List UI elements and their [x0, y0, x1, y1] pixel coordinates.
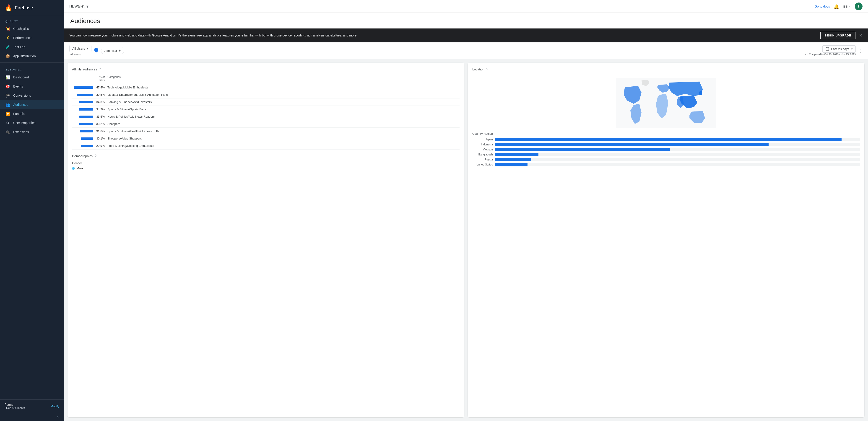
affinity-row: 29.9% Food & Dining/Cooking Enthusiasts [72, 142, 460, 150]
country-bar [495, 158, 531, 161]
content-area: Affinity audiences ? % of Users Categori… [64, 59, 868, 421]
customize-icon[interactable] [843, 4, 851, 9]
banner-close-icon[interactable]: ✕ [859, 33, 863, 38]
affinity-row: 31.6% Sports & Fitness/Health & Fitness … [72, 128, 460, 135]
analytics-section-label: Analytics [0, 65, 64, 73]
sidebar: 🔥 Firebase Quality 💥 Crashlytics ⚡ Perfo… [0, 0, 64, 421]
shield-icon [94, 47, 99, 54]
topbar: HBWallet ▾ Go to docs 🔔 T [64, 0, 868, 13]
affinity-category: Media & Entertainment...ics & Animation … [107, 93, 460, 96]
project-dropdown-icon[interactable]: ▾ [86, 4, 89, 9]
country-bar [495, 163, 527, 166]
affinity-help-icon[interactable]: ? [99, 67, 101, 71]
add-filter-button[interactable]: Add Filter + [101, 47, 124, 54]
affinity-pct: 39.5% [95, 93, 107, 96]
world-map-svg [472, 78, 860, 128]
affinity-pct: 33.2% [95, 122, 107, 126]
bar-container [72, 116, 95, 118]
toolbar-left: All Users ▾ All users Add Filter + [69, 45, 124, 56]
upgrade-banner: You can now measure your mobile and web … [64, 29, 868, 42]
country-name: Indonesia [472, 143, 493, 146]
sidebar-item-label: Conversions [13, 94, 31, 97]
country-bar-wrap [495, 138, 860, 141]
affinity-pct: 47.4% [95, 86, 107, 89]
topbar-left: HBWallet ▾ [69, 4, 89, 9]
more-options-icon[interactable]: ⋮ [858, 48, 863, 53]
flame-subtitle: Fixed $25/month [5, 407, 25, 410]
sidebar-item-app-distribution[interactable]: 📦 App Distribution [0, 52, 64, 61]
affinity-category: Sports & Fitness/Sports Fans [107, 107, 460, 111]
sidebar-item-testlab[interactable]: 🧪 Test Lab [0, 42, 64, 52]
affinity-bar [80, 130, 93, 132]
location-help-icon[interactable]: ? [486, 67, 488, 71]
audiences-icon: 👥 [5, 102, 10, 107]
sidebar-item-user-properties[interactable]: ⚙ User Properties [0, 118, 64, 127]
audience-dropdown-icon: ▾ [87, 47, 89, 51]
demographics-help-icon[interactable]: ? [94, 154, 96, 158]
date-dropdown-icon: ▾ [851, 47, 853, 51]
crashlytics-icon: 💥 [5, 27, 10, 31]
begin-upgrade-button[interactable]: BEGIN UPGRADE [820, 32, 856, 39]
app-distribution-icon: 📦 [5, 54, 10, 58]
demographics-section: Demographics ? Gender Male [72, 154, 460, 170]
affinity-row: 34.3% Banking & Finance/Avid Investors [72, 98, 460, 106]
bar-container [72, 94, 95, 96]
country-row: Indonesia [472, 143, 860, 146]
sidebar-footer: Flame Fixed $25/month Modify [0, 399, 64, 413]
compare-text: Compared to Oct 29, 2019 - Nov 25, 2019 [805, 53, 856, 56]
notifications-icon[interactable]: 🔔 [834, 4, 839, 9]
country-bar [495, 143, 769, 146]
events-icon: 🎯 [5, 84, 10, 89]
male-dot [72, 167, 75, 170]
sidebar-item-label: User Properties [13, 121, 35, 125]
sidebar-item-dashboard[interactable]: 📊 Dashboard [0, 73, 64, 82]
country-bar-wrap [495, 158, 860, 161]
sidebar-item-label: Events [13, 85, 23, 88]
country-name: Russia [472, 158, 493, 161]
world-map [472, 74, 860, 132]
user-avatar[interactable]: T [855, 2, 863, 10]
country-row: United States [472, 163, 860, 166]
add-filter-label: Add Filter [104, 49, 117, 53]
bar-container [72, 145, 95, 147]
col-bar-spacer [72, 75, 95, 82]
performance-icon: ⚡ [5, 36, 10, 40]
affinity-category: Food & Dining/Cooking Enthusiasts [107, 144, 460, 148]
sidebar-divider [0, 62, 64, 63]
sidebar-item-events[interactable]: 🎯 Events [0, 82, 64, 91]
date-range-selector[interactable]: Last 28 days ▾ [823, 45, 856, 53]
location-card: Location ? [468, 63, 864, 417]
country-bar [495, 148, 670, 151]
sidebar-item-performance[interactable]: ⚡ Performance [0, 33, 64, 42]
country-bar [495, 138, 841, 141]
sidebar-item-audiences[interactable]: 👥 Audiences [0, 100, 64, 109]
main-content: HBWallet ▾ Go to docs 🔔 T Audiences You … [64, 0, 868, 421]
country-bar-wrap [495, 143, 860, 146]
country-name: Bangladesh [472, 153, 493, 156]
goto-docs-link[interactable]: Go to docs [814, 5, 830, 8]
male-label: Male [76, 167, 83, 170]
brand-name: Firebase [15, 5, 33, 10]
sidebar-header: 🔥 Firebase [0, 0, 64, 16]
sidebar-item-label: Performance [13, 36, 31, 40]
affinity-row: 34.2% Sports & Fitness/Sports Fans [72, 106, 460, 113]
sidebar-item-extensions[interactable]: 🔌 Extensions [0, 127, 64, 136]
sidebar-item-crashlytics[interactable]: 💥 Crashlytics [0, 24, 64, 33]
country-row: Russia [472, 158, 860, 161]
affinity-row: 30.1% Shoppers/Value Shoppers [72, 135, 460, 142]
modify-button[interactable]: Modify [51, 404, 59, 408]
all-users-sublabel: All users [69, 53, 91, 56]
col-pct-header: % of Users [95, 75, 107, 82]
country-bar-wrap [495, 148, 860, 151]
bar-container [72, 108, 95, 110]
quality-section-label: Quality [0, 16, 64, 24]
sidebar-item-funnels[interactable]: 🔽 Funnels [0, 109, 64, 118]
audience-selector[interactable]: All Users ▾ [69, 45, 91, 52]
affinity-row: 33.2% Shoppers [72, 120, 460, 128]
sidebar-item-conversions[interactable]: 🏁 Conversions [0, 91, 64, 100]
gender-label: Gender [72, 161, 460, 165]
bar-container [72, 86, 95, 89]
country-bar [495, 153, 538, 156]
collapse-sidebar-button[interactable] [0, 413, 64, 421]
flame-title: Flame [5, 403, 25, 407]
